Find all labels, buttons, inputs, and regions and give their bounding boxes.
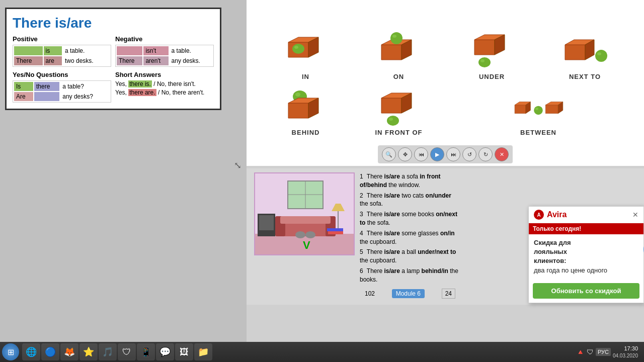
start-button[interactable]: ⊞ [2, 343, 19, 360]
neg-r1c1 [117, 46, 142, 55]
taskbar-app-steam[interactable]: 🛡 [118, 343, 136, 360]
highlight-there-is: there is. [128, 80, 152, 87]
yn-table: Is there a table? Are any desks? [13, 80, 111, 103]
grammar-title: There is/are [13, 15, 214, 31]
section-short: Short Answers Yes, there is. / No, there… [115, 71, 214, 103]
cursor-control-btn[interactable]: ✥ [398, 147, 412, 161]
prep-label-on: ON [393, 73, 405, 80]
neg-r2c1: There [117, 56, 142, 65]
section-positive: Positive is a table. There are two desks… [13, 35, 111, 67]
expand-button[interactable]: ⤡ [234, 160, 242, 171]
svg-text:V: V [303, 239, 310, 251]
taskbar-app-ie[interactable]: 🌐 [22, 343, 40, 360]
yn-r2c3: any desks? [60, 92, 110, 101]
highlight-there-are: there are. [128, 89, 156, 96]
taskbar-app-firefox[interactable]: 🦊 [60, 343, 78, 360]
exercise-text: 1 There is/are a sofa in front of/behind… [360, 172, 460, 301]
prep-label-under: UNDER [479, 73, 505, 80]
yn-label: Yes/No Questions [13, 71, 111, 78]
yn-r1c3: a table? [60, 82, 110, 91]
neg-r2c3: any desks. [170, 56, 212, 65]
prep-visual-behind [281, 85, 331, 126]
svg-point-18 [595, 50, 607, 62]
tray-language-switcher[interactable]: РУС [596, 348, 611, 356]
tray-security-icon[interactable]: 🛡 [587, 348, 594, 356]
svg-rect-53 [328, 231, 343, 234]
exercise-area: V 1 There is/are a sofa in front of/behi… [247, 168, 468, 305]
exercise-item-4: 4 There is/are some glasses on/in the cu… [360, 229, 460, 246]
module-badge: Module 6 [392, 289, 425, 298]
svg-marker-25 [381, 98, 401, 113]
page-number: 102 [365, 290, 375, 297]
prep-label-next-to: NEXT TO [569, 73, 601, 80]
yn-r1c1: Is [14, 82, 33, 91]
exercise-item-1: 1 There is/are a sofa in front of/behind… [360, 172, 460, 190]
svg-point-21 [295, 93, 300, 97]
taskbar-app-media[interactable]: 🎵 [99, 343, 117, 360]
page-box: 24 [442, 289, 455, 299]
prep-visual-in [281, 30, 331, 70]
forward-btn[interactable]: ↻ [478, 147, 493, 161]
avira-body-line1: Скидка длялояльныхклиентов: [534, 239, 571, 264]
svg-marker-5 [381, 45, 401, 60]
avira-popup: A Avira ✕ Только сегодня! Скидка длялоял… [528, 206, 644, 303]
avira-banner-text: Только сегодня! [533, 225, 581, 232]
taskbar-app-chrome[interactable]: 🔵 [41, 343, 59, 360]
exercise-item-6: 6 There is/are a lamp behind/in the book… [360, 267, 460, 284]
taskbar-app-messenger[interactable]: 💬 [156, 343, 174, 360]
taskbar-app-files[interactable]: 📁 [194, 343, 212, 360]
svg-point-28 [387, 116, 399, 126]
grammar-sections: Positive is a table. There are two desks… [13, 35, 214, 103]
pos-r2c2: are [44, 56, 62, 65]
refresh-btn[interactable]: ↺ [462, 147, 476, 161]
svg-point-51 [295, 231, 305, 238]
avira-close-btn[interactable]: ✕ [632, 211, 638, 219]
avira-banner: Только сегодня! [529, 223, 643, 234]
svg-rect-46 [280, 216, 331, 224]
pos-r1c1 [14, 46, 43, 55]
prep-label-between: BETWEEN [520, 129, 556, 136]
close-media-btn[interactable]: ✕ [495, 147, 509, 161]
avira-update-btn[interactable]: Обновить со скидкой [533, 283, 639, 299]
svg-point-8 [390, 32, 403, 44]
windows-logo: ⊞ [8, 347, 14, 357]
pos-r2c3: two desks. [63, 56, 110, 65]
svg-point-3 [292, 44, 304, 54]
prep-visual-under [467, 30, 517, 70]
positive-label: Positive [13, 35, 111, 43]
exercise-item-3: 3 There is/are some books on/next to the… [360, 210, 460, 227]
avira-logo-icon: A [534, 210, 544, 220]
svg-marker-35 [545, 105, 558, 114]
yn-row-2: Are any desks? [14, 92, 110, 101]
prep-item-on: ON [355, 30, 443, 80]
taskbar-app-phone[interactable]: 📱 [137, 343, 155, 360]
prev-btn[interactable]: ⏮ [414, 147, 428, 161]
yn-r2c2 [34, 92, 59, 101]
tray-network-icon[interactable]: 🔺 [576, 348, 585, 356]
short-label: Short Answers [115, 71, 214, 78]
taskbar-app-photos[interactable]: 🖼 [175, 343, 193, 360]
neg-r1c2: isn't [143, 46, 168, 55]
search-control-btn[interactable]: 🔍 [382, 147, 396, 161]
svg-rect-48 [259, 215, 274, 230]
section-negative: Negative isn't a table. There aren't any… [115, 35, 214, 67]
svg-point-9 [392, 35, 396, 38]
taskbar-app-yandex[interactable]: ⭐ [79, 343, 98, 360]
svg-point-19 [597, 52, 601, 55]
play-btn[interactable]: ▶ [430, 147, 444, 161]
media-controls: 🔍 ✥ ⏮ ▶ ⏭ ↺ ↻ ✕ [378, 145, 513, 163]
svg-point-52 [305, 231, 315, 238]
svg-point-29 [389, 118, 393, 121]
svg-marker-15 [565, 45, 585, 60]
prep-item-in-front-of: IN FRONT OF [355, 85, 443, 136]
grammar-card: There is/are Positive is a table. There … [5, 8, 221, 110]
svg-marker-22 [288, 103, 308, 118]
neg-r1c3: a table. [170, 46, 212, 55]
positive-table: is a table. There are two desks. [13, 45, 111, 67]
avira-header: A Avira ✕ [529, 207, 643, 223]
svg-marker-10 [474, 40, 495, 55]
left-panel: There is/are Positive is a table. There … [0, 0, 247, 342]
room-svg: V [255, 173, 355, 255]
next-btn[interactable]: ⏭ [446, 147, 460, 161]
svg-rect-54 [327, 228, 343, 231]
